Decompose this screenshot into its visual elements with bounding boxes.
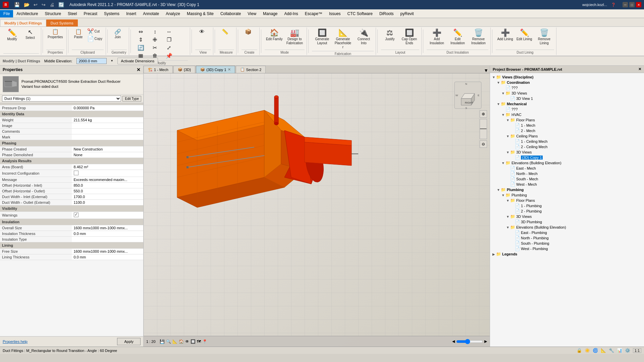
tree-item[interactable]: ▼📁Plumbing [490, 187, 644, 192]
tree-item[interactable]: 📄2 - Plumbing [490, 208, 644, 214]
tab-3d-copy1[interactable]: 📦 (3D) Copy 1 ✕ [196, 66, 235, 73]
menu-ctc[interactable]: CTC Software [344, 10, 376, 17]
tree-item[interactable]: ▼📁HVAC [490, 112, 644, 117]
tree-toggle[interactable]: ▼ [491, 75, 496, 79]
nav-icon-5[interactable]: 👁 [185, 339, 189, 344]
zoom-in-btn[interactable]: ⊕ [480, 110, 487, 118]
tree-item[interactable]: ▼📁3D Views [490, 214, 644, 219]
elevation-input[interactable] [76, 58, 107, 64]
btn-align[interactable]: ⇔ [134, 28, 148, 36]
tree-item[interactable]: 📄East - Mech [490, 166, 644, 171]
tree-item[interactable]: 📄??? [490, 85, 644, 90]
properties-close-btn[interactable]: ✕ [137, 67, 141, 72]
tree-item[interactable]: ▼📁Ceiling Plans [490, 133, 644, 139]
tree-item[interactable]: 📄North - Plumbing [490, 235, 644, 241]
maximize-btn[interactable]: □ [629, 2, 635, 7]
tree-item[interactable]: 📄??? [490, 107, 644, 112]
btn-add-lining[interactable]: ➕ Add Lining [496, 28, 514, 42]
tree-item[interactable]: ▼📁Elevations (Building Elevation) [490, 160, 644, 166]
menu-steel[interactable]: Steel [64, 10, 80, 17]
status-wrench-icon[interactable]: 🔧 [609, 348, 614, 353]
minimize-btn[interactable]: ─ [623, 2, 628, 7]
tree-item[interactable]: 📄West - Mech [490, 182, 644, 187]
elevation-dropdown-icon[interactable]: ▼ [111, 59, 113, 62]
tree-item[interactable]: ▼📁Views (Discipline) [490, 74, 644, 80]
edit-type-btn[interactable]: Edit Type [122, 96, 141, 102]
tab-section2[interactable]: 📋 Section 2 [236, 66, 266, 73]
menu-addins[interactable]: Add-Ins [281, 10, 301, 17]
btn-edit-lining[interactable]: ✏️ Edit Lining [515, 28, 534, 42]
type-dropdown[interactable]: Duct Fittings (1) [2, 96, 121, 102]
zoom-out-btn[interactable]: ⊖ [480, 140, 487, 148]
zoom-slider[interactable]: │ [480, 119, 487, 139]
btn-create[interactable]: 📦 [241, 28, 255, 36]
tree-toggle[interactable]: ▼ [505, 134, 510, 138]
btn-rotate[interactable]: 🔄 [134, 44, 148, 52]
menu-architecture[interactable]: Architecture [13, 10, 41, 17]
btn-pin[interactable]: 📌 [162, 52, 176, 60]
tree-item[interactable]: 📄North - Mech [490, 171, 644, 176]
qat-sync[interactable]: 🔄 [57, 1, 65, 8]
btn-paste[interactable]: 📋 Paste [72, 28, 85, 40]
btn-measure[interactable]: 📏 [218, 28, 232, 36]
menu-manage[interactable]: Manage [260, 10, 281, 17]
menu-massing[interactable]: Massing & Site [183, 10, 217, 17]
tree-toggle[interactable]: ▼ [505, 199, 510, 202]
btn-modify[interactable]: ✏️ Modify [3, 28, 21, 42]
tree-item[interactable]: 📄1 - Ceiling Mech [490, 139, 644, 144]
tab-duct-systems[interactable]: Duct Systems [46, 19, 78, 26]
tree-item[interactable]: ▼📁Plumbing [490, 192, 644, 198]
btn-scale[interactable]: ⤢ [162, 44, 176, 52]
btn-cap-open-ends[interactable]: 🔲 Cap Open Ends [399, 28, 419, 46]
menu-structure[interactable]: Structure [41, 10, 64, 17]
btn-generate-layout[interactable]: 🔲 Generate Layout [312, 28, 332, 46]
tree-toggle[interactable]: ▼ [496, 188, 501, 192]
btn-join[interactable]: 🔗 Join [111, 28, 124, 40]
btn-mirror-x[interactable]: ↔ [162, 28, 176, 36]
btn-remove-lining[interactable]: 🗑️ Remove Lining [534, 28, 554, 46]
btn-remove-insulation[interactable]: 🗑️ Remove Insulation [468, 28, 488, 46]
nav-icon-4[interactable]: 🏠 [179, 339, 184, 344]
scroll-right-btn[interactable]: ▶ [484, 339, 487, 344]
tree-toggle[interactable]: ▼ [501, 113, 505, 117]
tree-item[interactable]: 📄3D Plumbing [490, 219, 644, 225]
tree-item[interactable]: 📄2 - Mech [490, 128, 644, 133]
scroll-left-btn[interactable]: ◀ [452, 339, 455, 344]
close-btn[interactable]: ✕ [636, 2, 641, 7]
tree-toggle[interactable]: ▼ [496, 102, 501, 106]
tree-item[interactable]: 📄East - Plumbing [490, 230, 644, 235]
tree-toggle[interactable]: ▼ [496, 81, 501, 84]
tree-toggle[interactable]: ▼ [505, 150, 510, 154]
scroll-bar[interactable] [456, 339, 483, 344]
status-lock-icon[interactable]: 🔒 [577, 348, 582, 353]
tree-item[interactable]: ▼📁Coordination [490, 80, 644, 85]
view-cube[interactable]: RIGHT N S W E [453, 80, 480, 107]
status-dimension-icon[interactable]: 📐 [601, 348, 606, 353]
btn-connect-into[interactable]: 🔌 Connect Into [354, 28, 374, 46]
tree-item[interactable]: 📄(3D) Copy 1 [490, 155, 644, 160]
apply-btn[interactable]: Apply [117, 338, 141, 345]
tree-item[interactable]: 📄1 - Mech [490, 123, 644, 128]
status-chart-icon[interactable]: 📊 [617, 348, 622, 353]
tab-3d-copy1-close[interactable]: ✕ [228, 67, 231, 72]
qat-new[interactable]: 💾 [13, 1, 21, 8]
btn-copy2[interactable]: ❐ [162, 36, 176, 44]
menu-issues[interactable]: Issues [326, 10, 344, 17]
btn-move[interactable]: ✙ [148, 36, 162, 44]
pb-close-btn[interactable]: ✕ [638, 67, 641, 71]
nav-icon-1[interactable]: 💾 [160, 339, 165, 344]
tree-item[interactable]: ▼📁3D Views [490, 149, 644, 155]
menu-diroots[interactable]: DiRoots [376, 10, 397, 17]
btn-offset[interactable]: ↕ [148, 28, 162, 36]
menu-view[interactable]: View [244, 10, 260, 17]
menu-pyrevit[interactable]: pyRevit [397, 10, 417, 17]
status-cloud-icon[interactable]: 🌀 [593, 348, 598, 353]
nav-icon-3[interactable]: 📐 [172, 339, 177, 344]
tab-modify-duct-fittings[interactable]: Modify | Duct Fittings [0, 19, 46, 26]
nav-icon-8[interactable]: 📍 [202, 339, 207, 344]
tree-toggle[interactable]: ▼ [501, 193, 505, 197]
menu-annotate[interactable]: Annotate [140, 10, 162, 17]
nav-icon-6[interactable]: 🔲 [191, 339, 196, 344]
btn-design-to-fabrication[interactable]: 🏭 Design to Fabrication [284, 28, 305, 46]
btn-add-insulation[interactable]: ➕ Add Insulation [427, 28, 447, 46]
